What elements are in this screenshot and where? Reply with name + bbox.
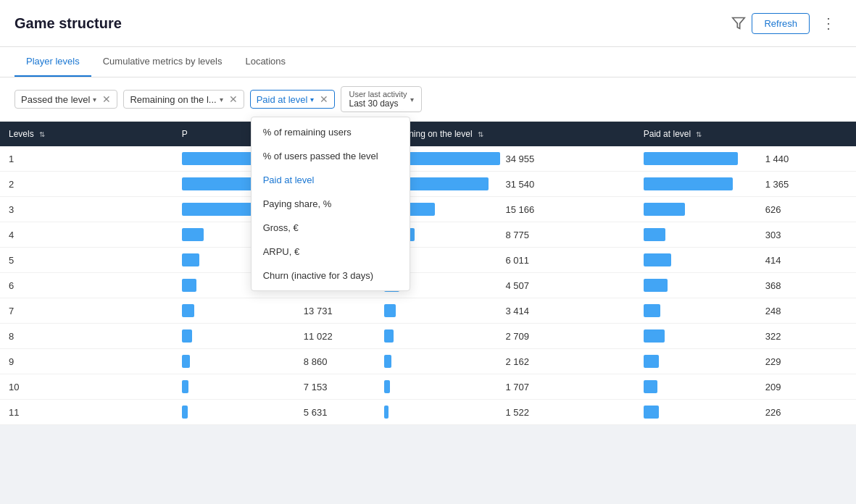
cell-paid: 368 bbox=[635, 273, 856, 298]
remaining-bar bbox=[384, 406, 388, 419]
paid-value: 322 bbox=[765, 331, 781, 342]
remaining-value: 1 707 bbox=[506, 382, 530, 392]
passed-bar bbox=[182, 329, 192, 343]
filter-passed-level[interactable]: Passed the level ▾ ✕ bbox=[14, 90, 117, 109]
paid-bar bbox=[644, 355, 659, 368]
cell-level: 10 bbox=[0, 374, 173, 400]
filter-remaining[interactable]: Remaining on the l... ▾ ✕ bbox=[123, 90, 244, 109]
paid-bar-wrapper bbox=[644, 380, 760, 393]
paid-bar-wrapper bbox=[644, 152, 760, 165]
close-filter2-icon[interactable]: ✕ bbox=[229, 93, 238, 105]
remaining-value: 2 709 bbox=[506, 331, 530, 342]
passed-bar-cell: 5 631 bbox=[182, 406, 367, 419]
tab-locations[interactable]: Locations bbox=[233, 47, 297, 77]
table-row: 5 21 652 6 011 414 bbox=[0, 248, 856, 273]
passed-bar bbox=[182, 228, 204, 241]
refresh-button[interactable]: Refresh bbox=[752, 13, 810, 34]
cell-remaining: 3 414 bbox=[375, 298, 635, 324]
tabs-bar: Player levels Cumulative metrics by leve… bbox=[0, 47, 856, 77]
paid-bar-wrapper bbox=[644, 304, 760, 317]
passed-bar bbox=[182, 203, 260, 216]
tab-player-levels[interactable]: Player levels bbox=[14, 47, 91, 77]
passed-value: 5 631 bbox=[304, 407, 328, 418]
paid-bar bbox=[644, 279, 668, 292]
dropdown-item-gross[interactable]: Gross, € bbox=[252, 216, 410, 240]
chevron-down-icon: ▾ bbox=[93, 96, 96, 104]
cell-remaining: 2 709 bbox=[375, 324, 635, 349]
remaining-value: 8 775 bbox=[506, 230, 530, 240]
activity-filter[interactable]: User last activity Last 30 days ▾ bbox=[341, 86, 421, 112]
paid-level-dropdown: % of remaining users % of users passed t… bbox=[251, 117, 410, 291]
paid-bar bbox=[644, 228, 665, 241]
passed-value: 7 153 bbox=[304, 382, 328, 392]
remaining-bar bbox=[384, 329, 394, 343]
cell-paid: 248 bbox=[635, 298, 856, 324]
cell-level: 7 bbox=[0, 298, 173, 324]
cell-level: 11 bbox=[0, 400, 173, 425]
remaining-value: 2 162 bbox=[506, 356, 530, 367]
cell-remaining: 34 955 bbox=[375, 146, 635, 172]
close-filter3-icon[interactable]: ✕ bbox=[320, 93, 328, 105]
filter-icon[interactable] bbox=[731, 16, 746, 30]
dropdown-item-churn[interactable]: Churn (inactive for 3 days) bbox=[252, 264, 410, 287]
paid-bar-cell: 414 bbox=[644, 253, 847, 266]
paid-value: 368 bbox=[765, 280, 781, 291]
col-header-levels[interactable]: Levels ⇅ bbox=[0, 122, 173, 146]
passed-bar-wrapper bbox=[182, 355, 298, 368]
dropdown-item-remaining-users[interactable]: % of remaining users bbox=[252, 120, 410, 144]
chevron-down-icon-2: ▾ bbox=[220, 96, 223, 104]
tab-cumulative-metrics[interactable]: Cumulative metrics by levels bbox=[91, 47, 234, 77]
sort-paid-icon: ⇅ bbox=[696, 130, 702, 138]
close-filter1-icon[interactable]: ✕ bbox=[102, 93, 111, 105]
cell-paid: 209 bbox=[635, 374, 856, 400]
remaining-bar-cell: 34 955 bbox=[384, 152, 626, 165]
col-header-remaining[interactable]: Remaining on the level ⇅ bbox=[375, 122, 635, 146]
remaining-bar-wrapper bbox=[384, 304, 500, 317]
cell-paid: 229 bbox=[635, 349, 856, 374]
passed-bar-wrapper bbox=[182, 329, 298, 343]
sort-remaining-icon: ⇅ bbox=[478, 130, 483, 138]
cell-level: 8 bbox=[0, 324, 173, 349]
table-row: 11 5 631 1 522 226 bbox=[0, 400, 856, 425]
table-row: 3 15 166 626 bbox=[0, 197, 856, 222]
remaining-value: 31 540 bbox=[506, 179, 535, 190]
remaining-bar-cell: 3 414 bbox=[384, 304, 626, 317]
passed-bar-wrapper bbox=[182, 380, 298, 393]
passed-bar-cell: 13 731 bbox=[182, 304, 367, 317]
cell-passed: 11 022 bbox=[173, 324, 375, 349]
paid-value: 626 bbox=[765, 204, 781, 215]
paid-bar-cell: 1 440 bbox=[644, 152, 847, 165]
paid-bar-wrapper bbox=[644, 406, 760, 419]
table-header: Levels ⇅ P Remaining on the level ⇅ Paid… bbox=[0, 122, 856, 146]
remaining-bar-cell: 8 775 bbox=[384, 228, 626, 241]
dropdown-item-paid-level[interactable]: Paid at level bbox=[252, 168, 410, 192]
filter-paid-level[interactable]: Paid at level ▾ ✕ % of remaining users %… bbox=[250, 90, 336, 109]
paid-bar-cell: 209 bbox=[644, 380, 847, 393]
remaining-bar-cell: 2 162 bbox=[384, 355, 626, 368]
remaining-bar bbox=[384, 304, 396, 317]
table-row: 6 17 145 4 507 368 bbox=[0, 273, 856, 298]
dropdown-item-passed-users[interactable]: % of users passed the level bbox=[252, 144, 410, 168]
cell-level: 4 bbox=[0, 222, 173, 248]
table-row: 9 8 860 2 162 229 bbox=[0, 349, 856, 374]
paid-bar-wrapper bbox=[644, 253, 760, 266]
cell-paid: 626 bbox=[635, 197, 856, 222]
cell-level: 5 bbox=[0, 248, 173, 273]
remaining-bar-wrapper bbox=[384, 355, 500, 368]
dropdown-item-paying-share[interactable]: Paying share, % bbox=[252, 192, 410, 216]
passed-bar-wrapper bbox=[182, 304, 298, 317]
passed-bar-cell: 11 022 bbox=[182, 329, 367, 343]
paid-bar bbox=[644, 380, 657, 393]
cell-level: 3 bbox=[0, 197, 173, 222]
passed-value: 11 022 bbox=[304, 331, 333, 342]
paid-bar-cell: 1 365 bbox=[644, 177, 847, 190]
remaining-bar-wrapper bbox=[384, 406, 500, 419]
cell-paid: 226 bbox=[635, 400, 856, 425]
paid-bar-wrapper bbox=[644, 228, 760, 241]
col-header-paid[interactable]: Paid at level ⇅ bbox=[635, 122, 856, 146]
cell-remaining: 6 011 bbox=[375, 248, 635, 273]
remaining-value: 3 414 bbox=[506, 306, 530, 316]
dropdown-item-arpu[interactable]: ARPU, € bbox=[252, 240, 410, 264]
cell-paid: 1 365 bbox=[635, 172, 856, 197]
more-button[interactable]: ⋮ bbox=[815, 12, 842, 35]
